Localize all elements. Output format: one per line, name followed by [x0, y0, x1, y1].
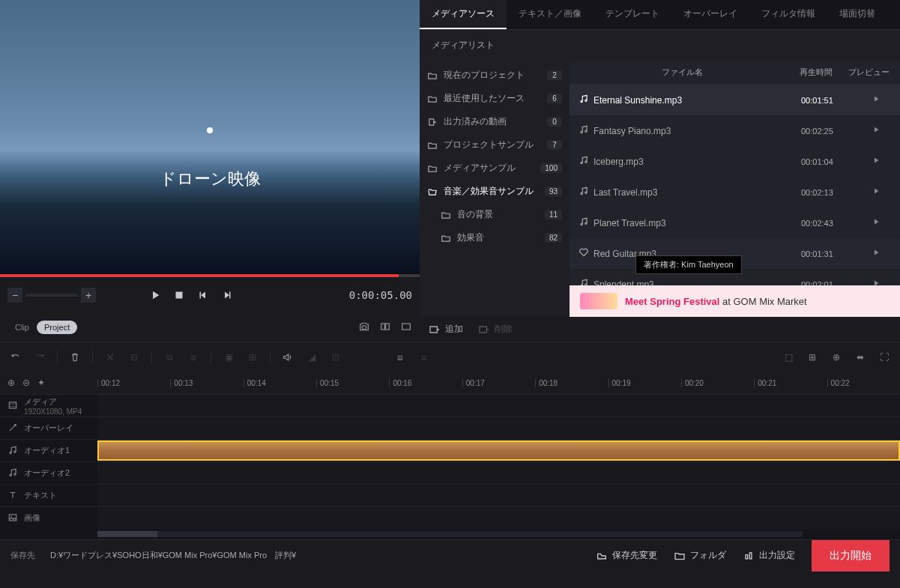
tab-2[interactable]: テンプレート	[594, 0, 671, 29]
fit-timeline-icon[interactable]: ✦	[37, 378, 45, 388]
transition-icon[interactable]: ⧆	[393, 351, 407, 364]
film-icon	[7, 400, 18, 412]
transition2-icon[interactable]: ⧇	[417, 351, 431, 364]
file-row[interactable]: Last Travel.mp300:02:13	[570, 177, 900, 207]
track-label[interactable]: テキスト	[0, 485, 97, 506]
folder-icon	[427, 140, 438, 151]
change-path-button[interactable]: 保存先変更	[596, 549, 657, 562]
marker-icon[interactable]: ⬚	[782, 351, 795, 364]
media-list-label: メディアリスト	[420, 30, 900, 61]
zoom-out-timeline-icon[interactable]: ⊖	[22, 378, 30, 388]
file-name: Planet Travel.mp3	[594, 218, 801, 228]
clip-mode-button[interactable]: Clip	[7, 321, 37, 334]
add-track-icon[interactable]: ⊕	[830, 351, 843, 364]
tab-5[interactable]: 場面切替	[827, 0, 887, 29]
track-body[interactable]	[97, 507, 900, 529]
undo-icon[interactable]	[9, 351, 22, 364]
tab-0[interactable]: メディアソース	[420, 0, 507, 29]
prev-frame-button[interactable]	[196, 288, 210, 302]
promo-banner[interactable]: Meet Spring Festival at GOM Mix Market	[570, 285, 900, 317]
stop-button[interactable]	[172, 288, 186, 302]
file-play-icon[interactable]	[861, 125, 891, 136]
timeline-scrollbar[interactable]	[0, 529, 900, 539]
tree-item-1[interactable]: 最近使用したソース6	[420, 87, 570, 110]
add-media-button[interactable]: 追加	[429, 323, 463, 336]
track-body[interactable]	[97, 462, 900, 484]
banner-strong: Meet Spring Festival	[625, 296, 719, 307]
file-play-icon[interactable]	[861, 279, 891, 285]
tab-4[interactable]: フィルタ情報	[749, 0, 827, 29]
crop2-icon[interactable]: ⧈	[187, 351, 200, 364]
zoom-slider[interactable]	[25, 294, 78, 297]
fade-icon[interactable]: ◢	[305, 351, 318, 364]
zoom-in-button[interactable]: +	[81, 288, 96, 303]
split-icon[interactable]: ⊟	[127, 351, 141, 364]
file-row[interactable]: Eternal Sunshine.mp300:01:51	[570, 85, 900, 115]
track-body[interactable]	[97, 485, 900, 506]
redo-icon[interactable]	[33, 351, 46, 364]
track-label[interactable]: オーバーレイ	[0, 417, 97, 439]
export-icon	[427, 117, 438, 127]
tree-item-0[interactable]: 現在のプロジェクト2	[420, 64, 570, 87]
file-row[interactable]: Planet Travel.mp300:02:43	[570, 207, 900, 238]
maximize-icon[interactable]: ⛶	[878, 351, 891, 364]
remove-media-button[interactable]: 削除	[478, 323, 513, 336]
file-play-icon[interactable]	[861, 248, 891, 259]
col-duration[interactable]: 再生時間	[786, 67, 846, 78]
track-body[interactable]	[97, 440, 900, 461]
track-5: 画像	[0, 506, 900, 529]
zoom-out-button[interactable]: −	[7, 288, 22, 303]
project-mode-button[interactable]: Project	[37, 321, 77, 334]
tree-item-3[interactable]: プロジェクトサンプル7	[420, 133, 570, 157]
tab-3[interactable]: オーバーレイ	[671, 0, 749, 29]
film-icon[interactable]: ⊞	[246, 351, 259, 364]
preview-progress[interactable]	[0, 274, 420, 277]
file-row[interactable]: Fantasy Piano.mp300:02:25	[570, 115, 900, 146]
preview-pane: ドローン映像 − + 0:00:05.00 Clip Project	[0, 0, 420, 342]
music-icon	[7, 445, 18, 457]
file-play-icon[interactable]	[861, 217, 891, 228]
track-label[interactable]: メディア1920X1080, MP4	[0, 395, 97, 416]
ruler-tick: 00:20	[681, 379, 754, 387]
track-label[interactable]: 画像	[0, 507, 97, 529]
snapshot-icon[interactable]	[358, 321, 370, 335]
aspect-icon[interactable]	[379, 321, 391, 335]
tree-item-6[interactable]: 音の背景11	[420, 203, 570, 226]
export-button[interactable]: 出力開始	[812, 540, 890, 572]
open-folder-button[interactable]: フォルダ	[674, 549, 726, 562]
tree-item-7[interactable]: 効果音82	[420, 226, 570, 249]
col-preview[interactable]: プレビュー	[846, 67, 891, 78]
volume-icon[interactable]	[281, 351, 295, 364]
file-play-icon[interactable]	[861, 94, 891, 106]
svg-rect-0	[381, 324, 385, 330]
fx-icon[interactable]: ⊡	[329, 351, 342, 364]
tree-item-2[interactable]: 出力済みの動画0	[420, 110, 570, 133]
expand-icon[interactable]	[400, 321, 412, 335]
file-play-icon[interactable]	[861, 156, 891, 167]
track-label[interactable]: オーディオ2	[0, 462, 97, 484]
track-label[interactable]: オーディオ1	[0, 440, 97, 461]
play-button[interactable]	[148, 288, 162, 302]
audio-clip[interactable]	[97, 440, 900, 461]
export-settings-button[interactable]: 出力設定	[743, 549, 795, 562]
tree-item-5[interactable]: 音楽／効果音サンプル93	[420, 180, 570, 203]
col-filename[interactable]: ファイル名	[579, 67, 786, 78]
trash-icon[interactable]	[68, 351, 82, 364]
file-play-icon[interactable]	[861, 187, 891, 198]
tab-1[interactable]: テキスト／画像	[507, 0, 594, 29]
zoom-in-timeline-icon[interactable]: ⊕	[7, 378, 15, 388]
file-name: Eternal Sunshine.mp3	[594, 95, 801, 106]
video-preview[interactable]: ドローン映像	[0, 0, 420, 273]
track-body[interactable]	[97, 395, 900, 416]
image-icon[interactable]: ▣	[222, 351, 235, 364]
track-body[interactable]	[97, 417, 900, 439]
timeline-ruler[interactable]: 00:1200:1300:1400:1500:1600:1700:1800:19…	[97, 379, 900, 387]
crop-icon[interactable]: ⧉	[163, 351, 176, 364]
next-frame-button[interactable]	[220, 288, 234, 302]
svg-rect-1	[386, 324, 390, 330]
cut-icon[interactable]	[103, 351, 117, 364]
tree-item-4[interactable]: メディアサンプル100	[420, 157, 570, 180]
snap-icon[interactable]: ⊞	[806, 351, 819, 364]
file-row[interactable]: Iceberg.mp300:01:04	[570, 146, 900, 177]
fullwidth-icon[interactable]: ⬌	[854, 351, 867, 364]
